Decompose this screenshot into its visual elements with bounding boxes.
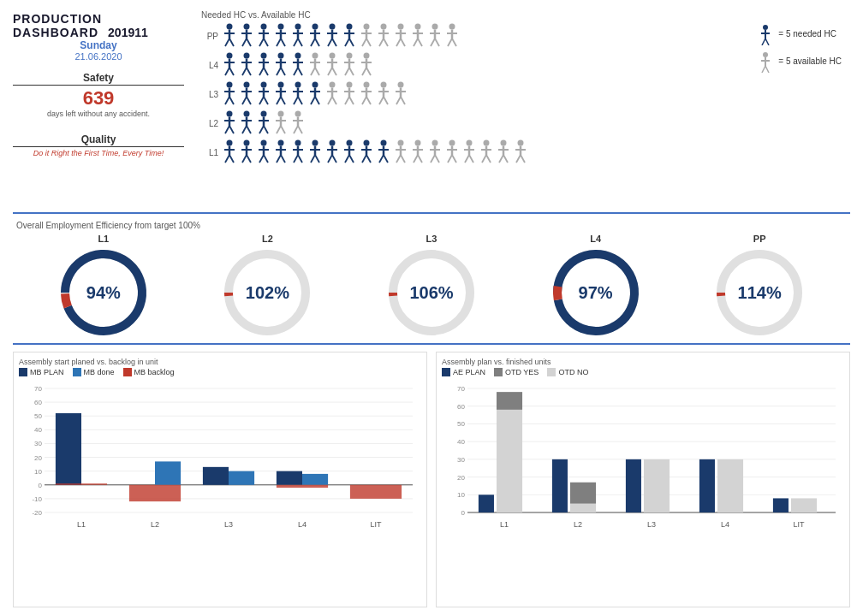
- svg-line-154: [349, 97, 354, 104]
- donut-wrapper: 94%: [57, 246, 151, 340]
- person-icon: [324, 52, 340, 76]
- svg-point-245: [398, 140, 404, 146]
- hc-icons: [222, 139, 528, 165]
- hc-panel: Needed HC vs. Available HC PP: [193, 9, 850, 212]
- hc-row-label: L4: [201, 61, 218, 70]
- svg-line-164: [384, 97, 388, 104]
- otd-yes-label: OTD YES: [505, 368, 539, 376]
- svg-line-214: [281, 155, 285, 163]
- svg-line-64: [435, 38, 439, 46]
- svg-line-9: [247, 38, 251, 46]
- bar-otd-no: [644, 459, 670, 512]
- person-available: [427, 139, 443, 165]
- person-available: [410, 23, 426, 49]
- person-available: [376, 81, 391, 107]
- date-info: Sunday 21.06.2020: [13, 39, 184, 62]
- mb-backlog-label: MB backlog: [134, 368, 175, 376]
- svg-point-285: [763, 25, 768, 30]
- chart1-area: -20-10010203040506070L1L2L3L4LIT: [19, 380, 421, 534]
- person-needed: [239, 139, 254, 165]
- person-icon: [513, 139, 528, 163]
- svg-text:50: 50: [34, 412, 42, 420]
- svg-point-55: [415, 24, 421, 30]
- svg-point-5: [244, 24, 250, 30]
- svg-point-80: [261, 53, 267, 59]
- safety-block: Safety 639 days left without any acciden…: [13, 72, 184, 125]
- svg-line-43: [362, 38, 366, 46]
- person-icon: [256, 110, 271, 134]
- svg-line-219: [298, 155, 302, 163]
- svg-line-134: [281, 97, 285, 104]
- person-available: [376, 23, 391, 49]
- svg-line-93: [294, 68, 298, 75]
- person-icon: [222, 52, 237, 76]
- legend-otd-no: OTD NO: [547, 368, 588, 376]
- svg-line-259: [435, 155, 439, 163]
- legend-ae-plan: AE PLAN: [442, 368, 485, 376]
- svg-line-133: [277, 97, 281, 104]
- person-needed: [239, 23, 254, 49]
- legend-mb-backlog: MB backlog: [123, 368, 175, 376]
- svg-line-124: [247, 97, 251, 104]
- svg-point-115: [227, 82, 233, 88]
- svg-point-20: [295, 24, 301, 30]
- donut-wrapper: 97%: [549, 246, 643, 340]
- svg-line-38: [345, 38, 349, 46]
- person-icon: [427, 139, 443, 163]
- svg-line-23: [294, 38, 298, 46]
- svg-text:40: 40: [34, 426, 42, 434]
- person-needed: [273, 81, 289, 107]
- svg-line-208: [259, 155, 264, 163]
- svg-line-158: [362, 97, 366, 104]
- person-needed: [222, 23, 237, 49]
- svg-text:30: 30: [34, 440, 42, 447]
- svg-text:50: 50: [457, 420, 465, 428]
- svg-point-105: [347, 53, 353, 59]
- cat-label: L3: [647, 520, 656, 529]
- bottom-section: Assembly start planed vs. backlog in uni…: [13, 348, 850, 607]
- svg-line-78: [242, 68, 247, 75]
- svg-line-59: [418, 38, 422, 46]
- legend-otd-yes: OTD YES: [494, 368, 539, 376]
- svg-point-35: [347, 24, 353, 30]
- svg-point-270: [484, 140, 490, 146]
- cat-label: L2: [151, 520, 159, 529]
- svg-line-54: [401, 38, 405, 46]
- chart2-svg: 010203040506070L1L2L3L4LIT: [442, 380, 844, 534]
- bar-otd-yes: [497, 392, 522, 410]
- svg-line-119: [229, 97, 234, 104]
- cat-label: L4: [721, 520, 729, 529]
- svg-text:60: 60: [457, 403, 465, 411]
- cat-label: L2: [574, 520, 582, 529]
- bar-backlog: [56, 483, 107, 485]
- mb-plan-label: MB PLAN: [30, 368, 64, 376]
- svg-point-210: [278, 140, 284, 146]
- person-available: [307, 52, 323, 78]
- svg-line-113: [362, 68, 366, 75]
- hc-grid: PP: [201, 23, 850, 165]
- person-icon: [222, 110, 237, 134]
- bar-ae-plan: [773, 498, 789, 512]
- legend-needed-label: = 5 needed HC: [778, 29, 836, 38]
- person-available: [342, 81, 357, 107]
- bar-otd-no: [570, 504, 596, 512]
- person-icon: [376, 23, 391, 47]
- svg-line-264: [452, 155, 456, 163]
- person-needed: [273, 52, 289, 78]
- donut-l2: L2 102%: [220, 234, 314, 340]
- svg-line-8: [242, 38, 247, 46]
- person-icon: [239, 81, 254, 105]
- svg-line-139: [298, 97, 302, 104]
- legend-mb-done: MB done: [73, 368, 115, 376]
- svg-line-48: [379, 38, 384, 46]
- bar-done: [229, 471, 254, 485]
- svg-text:0: 0: [461, 509, 466, 517]
- bar-backlog: [277, 485, 328, 488]
- person-needed: [307, 23, 323, 49]
- hc-icons: [222, 52, 374, 78]
- person-icon: [290, 110, 306, 134]
- cat-label: LIT: [793, 520, 805, 529]
- svg-line-194: [298, 126, 302, 133]
- dashboard-year: 201911: [108, 26, 148, 39]
- svg-line-148: [328, 97, 332, 104]
